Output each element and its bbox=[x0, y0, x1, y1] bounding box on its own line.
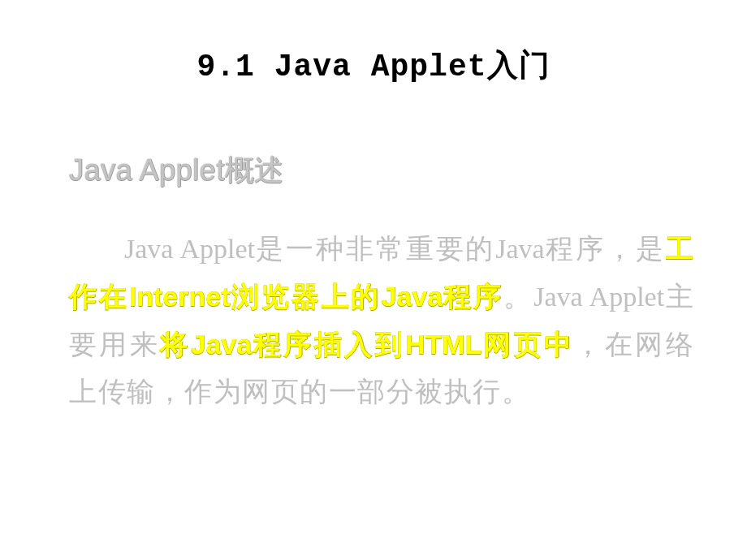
text-segment: HTML bbox=[405, 329, 481, 360]
subtitle-english: Java Applet bbox=[69, 153, 225, 187]
text-segment: 。 bbox=[503, 282, 533, 312]
subtitle-chinese: 概述 bbox=[225, 154, 283, 187]
text-segment: Java bbox=[495, 234, 544, 264]
text-segment: 程序插入到 bbox=[252, 330, 405, 360]
body-paragraph: Java Applet是一种非常重要的Java程序，是工作在Internet浏览… bbox=[69, 226, 694, 416]
highlight-2: 将Java程序插入到HTML网页中 bbox=[160, 330, 574, 360]
text-segment: Java bbox=[191, 329, 253, 360]
text-segment: 是一种非常重要的 bbox=[255, 234, 495, 264]
slide-title: 9.1 Java Applet入门 bbox=[0, 45, 747, 86]
text-segment: Java bbox=[381, 281, 443, 312]
text-segment: 程序 bbox=[443, 282, 503, 312]
text-segment: Java Applet bbox=[124, 234, 255, 264]
text-segment: 程序，是 bbox=[545, 234, 666, 264]
section-subtitle: Java Applet概述 bbox=[69, 151, 283, 191]
text-segment: 网页中 bbox=[481, 330, 574, 360]
text-segment: Java Applet bbox=[533, 282, 664, 312]
text-segment: Internet bbox=[129, 281, 231, 312]
text-segment: 浏览器上的 bbox=[231, 282, 382, 312]
text-segment: 将 bbox=[160, 330, 190, 360]
